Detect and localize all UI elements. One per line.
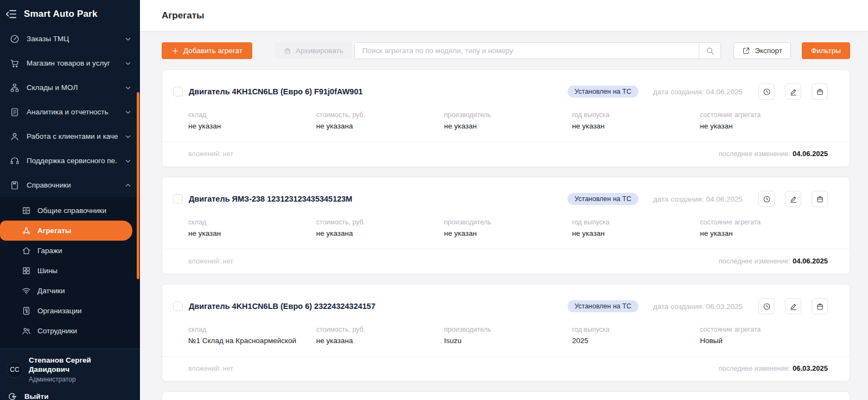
sidebar-item-analitika[interactable]: Аналитика и отчетность [0, 100, 140, 124]
sidebar-item-zakazy-tmc[interactable]: Заказы ТМЦ [0, 27, 140, 51]
history-button[interactable] [758, 298, 775, 314]
export-button[interactable]: Экспорт [733, 42, 791, 59]
field-value: не указан [444, 122, 572, 130]
sidebar-nav: Заказы ТМЦ Магазин товаров и услуг Склад… [0, 27, 140, 197]
edit-button[interactable] [785, 191, 801, 207]
field-value: не указан [700, 229, 828, 237]
sidebar-item-label: Сотрудники [37, 327, 77, 335]
sidebar-item-sotrudniki[interactable]: Сотрудники [0, 321, 140, 341]
archive-box-icon [816, 195, 824, 203]
archive-icon [284, 47, 291, 55]
archive-card-button[interactable] [812, 191, 828, 207]
logout-icon [8, 392, 17, 400]
filters-button[interactable]: Фильтры [802, 42, 850, 59]
status-badge: Установлен на ТС [567, 193, 639, 205]
headset-icon [10, 156, 20, 166]
field-value: 2025 [572, 337, 700, 345]
field-label: стоимость, руб. [316, 218, 444, 226]
sidebar-item-label: Датчики [37, 287, 65, 295]
field-value: не указан [572, 122, 700, 130]
archive-button[interactable]: Архивировать [275, 42, 352, 59]
avatar: СС [7, 362, 23, 378]
sidebar-item-magazin[interactable]: Магазин товаров и услуг [0, 51, 140, 75]
field-value: не указан [444, 229, 572, 237]
search-input[interactable] [355, 43, 699, 59]
card-title: Двигатель ЯМЗ-238 123123123435345123М [189, 195, 352, 203]
attachments-info: вложений: нет [188, 150, 233, 158]
edit-button[interactable] [785, 83, 801, 100]
field-label: производитель [444, 111, 572, 119]
sidebar-item-label: Магазин товаров и услуг [27, 59, 118, 67]
field-label: год выпуска [572, 111, 700, 119]
card-actions [758, 191, 828, 207]
history-button[interactable] [758, 191, 775, 207]
sidebar-item-klienty[interactable]: Работа с клиентами и каче... [0, 124, 140, 149]
field-label: производитель [444, 218, 572, 226]
sidebar-item-podderzhka[interactable]: Поддержка сервисного пе... [0, 149, 140, 173]
modified-info: последнее изменение:04.06.2025 [719, 257, 828, 265]
archive-card-button[interactable] [812, 298, 828, 314]
status-badge: Установлен на ТС [567, 300, 639, 312]
field-label: стоимость, руб. [316, 111, 444, 119]
cabinet-icon [22, 206, 31, 215]
sidebar-item-shiny[interactable]: Шины [0, 261, 140, 281]
field-value: Isuzu [444, 337, 572, 345]
people-icon [22, 326, 31, 336]
sidebar-submenu: Общие справочники Агрегаты Гаражи Шины Д… [0, 197, 140, 349]
sidebar-item-label: Поддержка сервисного пе... [27, 157, 118, 165]
attachments-info: вложений: нет [188, 257, 233, 265]
user-box[interactable]: СС Степанов Сергей Давидович Администрат… [0, 349, 140, 386]
card-checkbox[interactable] [173, 301, 183, 311]
card-footer: вложений: нет последнее изменение:04.06.… [162, 249, 850, 274]
field-value: не указан [188, 229, 316, 237]
sidebar-item-agregaty[interactable]: Агрегаты [0, 221, 132, 241]
sidebar-item-sklady[interactable]: Склады и МОЛ [0, 75, 140, 100]
sidebar-scrollbar-thumb[interactable] [137, 92, 139, 279]
add-aggregate-button[interactable]: Добавить агрегат [162, 42, 252, 59]
logo-row: Smart Auto Park [0, 0, 140, 27]
person-icon [10, 132, 20, 141]
sidebar-item-label: Шины [37, 267, 58, 275]
pencil-icon [789, 195, 797, 203]
plus-icon [171, 47, 179, 55]
logout-button[interactable]: Выйти [0, 386, 140, 400]
chevron-down-icon [125, 133, 131, 140]
sidebar-item-datchiki[interactable]: Датчики [0, 281, 140, 301]
sidebar-item-obshchie-spravochniki[interactable]: Общие справочники [0, 201, 140, 221]
field-label: состояние агрегата [700, 326, 828, 333]
nodes-icon [22, 226, 31, 235]
card-checkbox[interactable] [173, 194, 183, 204]
status-badge: Установлен на ТС [567, 86, 639, 98]
field-label: год выпуска [572, 326, 700, 333]
field-label: склад [188, 326, 316, 333]
sidebar-item-organizacii[interactable]: Организации [0, 301, 140, 321]
sidebar-item-spravochniki[interactable]: Справочники [0, 173, 140, 197]
archive-card-button[interactable] [812, 83, 828, 100]
card-checkbox[interactable] [173, 87, 183, 96]
collapse-sidebar-icon[interactable] [5, 8, 17, 20]
card-title: Двигатель 4KH1CN6LB (Евро 6) 23224324324… [189, 302, 375, 311]
page-header: Агрегаты [140, 0, 868, 31]
field-label: год выпуска [572, 218, 700, 226]
field-label: состояние агрегата [700, 218, 828, 226]
field-label: стоимость, руб. [316, 326, 444, 333]
chevron-up-icon [125, 182, 131, 189]
field-value: не указан [700, 122, 828, 130]
card-fields: складне указан стоимость, руб.не указана… [162, 100, 850, 130]
cart-icon [10, 59, 20, 68]
content: Добавить агрегат Архивировать Экспорт [140, 31, 868, 400]
search-button[interactable] [699, 43, 720, 59]
sidebar-item-label: Склады и МОЛ [27, 83, 118, 92]
sidebar-item-garazhi[interactable]: Гаражи [0, 241, 140, 261]
sidebar-item-label: Работа с клиентами и каче... [27, 132, 118, 140]
aggregate-card: Двигатель 4KH1CN6LB (Евро 6) 23224324324… [162, 284, 850, 382]
field-value: не указан [188, 122, 316, 130]
wifi-icon [22, 286, 31, 295]
search-bar [354, 42, 721, 59]
field-value: №1 Склад на Красноармейской [188, 337, 316, 345]
chevron-down-icon [125, 158, 131, 164]
history-button[interactable] [758, 83, 775, 100]
card-actions [758, 298, 828, 314]
edit-button[interactable] [785, 298, 801, 314]
field-label: склад [188, 111, 316, 119]
